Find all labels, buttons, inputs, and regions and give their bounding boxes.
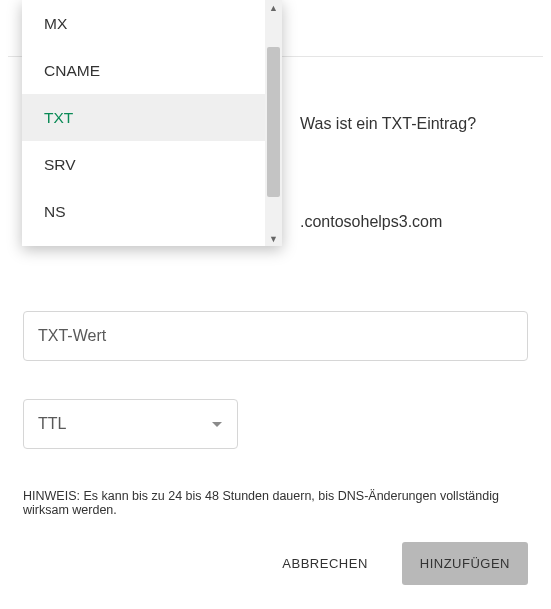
help-link-txt[interactable]: Was ist ein TXT-Eintrag? <box>300 115 476 132</box>
option-label: SRV <box>44 156 76 174</box>
ttl-select[interactable]: TTL <box>23 399 238 449</box>
scroll-thumb[interactable] <box>267 47 280 197</box>
record-type-option-ns[interactable]: NS <box>22 188 265 235</box>
txt-value-input[interactable] <box>23 311 528 361</box>
record-type-dropdown[interactable]: MX CNAME TXT SRV NS ▲ ▼ <box>22 0 282 246</box>
cancel-button[interactable]: ABBRECHEN <box>272 544 377 583</box>
scroll-down-arrow[interactable]: ▼ <box>265 231 282 246</box>
form-footer: ABBRECHEN HINZUFÜGEN <box>272 542 528 585</box>
chevron-down-icon <box>211 415 223 433</box>
record-type-option-srv[interactable]: SRV <box>22 141 265 188</box>
option-label: CNAME <box>44 62 100 80</box>
record-type-option-cname[interactable]: CNAME <box>22 47 265 94</box>
record-type-list: MX CNAME TXT SRV NS <box>22 0 265 246</box>
cancel-button-label: ABBRECHEN <box>282 556 367 571</box>
dns-propagation-hint: HINWEIS: Es kann bis zu 24 bis 48 Stunde… <box>23 489 528 517</box>
dropdown-scrollbar[interactable]: ▲ ▼ <box>265 0 282 246</box>
add-button-label: HINZUFÜGEN <box>420 556 510 571</box>
scroll-track[interactable] <box>265 15 282 231</box>
domain-suffix: .contosohelps3.com <box>300 213 442 230</box>
option-label: TXT <box>44 109 73 127</box>
add-button[interactable]: HINZUFÜGEN <box>402 542 528 585</box>
record-type-option-txt[interactable]: TXT <box>22 94 265 141</box>
option-label: MX <box>44 15 67 33</box>
record-type-option-mx[interactable]: MX <box>22 0 265 47</box>
ttl-label: TTL <box>38 415 66 433</box>
option-label: NS <box>44 203 66 221</box>
scroll-up-arrow[interactable]: ▲ <box>265 0 282 15</box>
